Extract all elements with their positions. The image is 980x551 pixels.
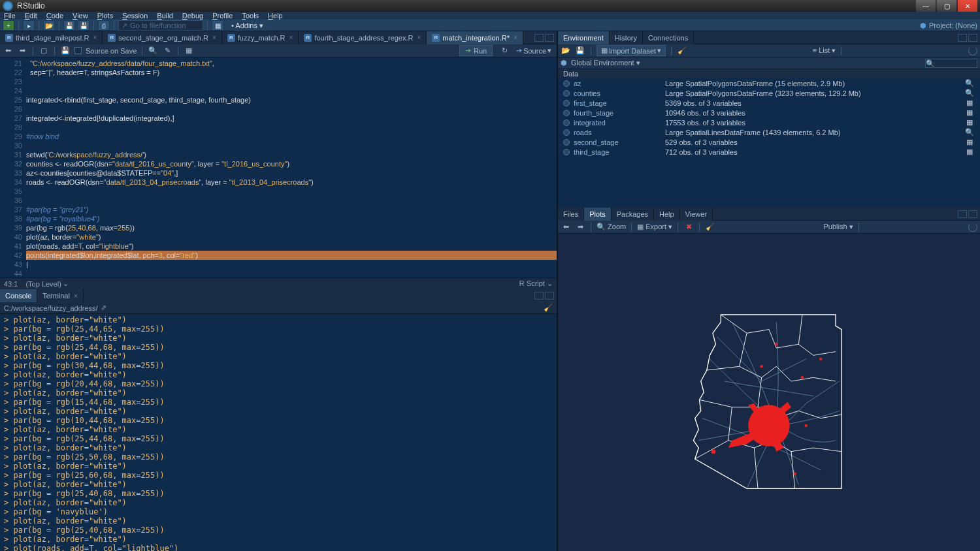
console-pane-controls[interactable] <box>534 292 557 300</box>
editor-tabs: Rthird_stage_milepost.R×Rsecond_stage_or… <box>0 31 557 44</box>
menu-debug[interactable]: Debug <box>182 12 203 20</box>
scope-label[interactable]: (Top Level) <box>25 280 61 288</box>
code-editor[interactable]: 2122232425262728293031323334353637383940… <box>0 57 557 277</box>
new-file-button[interactable]: + <box>3 20 14 31</box>
list-view-toggle[interactable]: ≡ List ▾ <box>813 46 836 55</box>
tab-connections[interactable]: Connections <box>643 31 694 44</box>
pane-controls[interactable] <box>534 34 557 42</box>
source-on-save-checkbox[interactable] <box>74 47 82 54</box>
import-dataset-menu[interactable]: ▦ Import Dataset ▾ <box>596 45 666 56</box>
env-object-counties[interactable]: countiesLarge SpatialPolygonsDataFrame (… <box>558 88 980 98</box>
refresh-env-button[interactable] <box>968 46 977 55</box>
minimize-button[interactable]: — <box>916 0 936 12</box>
refresh-plot-button[interactable] <box>968 223 977 232</box>
menu-edit[interactable]: Edit <box>25 12 37 20</box>
tab-help[interactable]: Help <box>654 208 680 221</box>
arizona-map-plot <box>658 292 880 514</box>
cursor-position: 43:1 <box>4 280 18 288</box>
tab-environment[interactable]: Environment <box>558 31 610 44</box>
window-titlebar: RStudio — ▢ ✕ <box>0 0 980 12</box>
menu-session[interactable]: Session <box>122 12 148 20</box>
file-type-label[interactable]: R Script ⌄ <box>519 279 553 288</box>
open-file-button[interactable]: 📂 <box>43 20 55 31</box>
rstudio-icon <box>3 1 13 11</box>
grid-button[interactable]: ▦ <box>212 20 223 31</box>
data-section-header: Data <box>558 69 980 78</box>
plot-tabs: FilesPlotsPackagesHelpViewer <box>558 208 980 221</box>
tab-plots[interactable]: Plots <box>584 208 611 221</box>
forward-button[interactable]: ➡ <box>17 46 27 55</box>
env-object-first_stage[interactable]: first_stage5369 obs. of 3 variables▦ <box>558 98 980 108</box>
run-button[interactable]: ➔Run <box>459 45 493 56</box>
zoom-button[interactable]: 🔍 Zoom <box>596 223 626 231</box>
tab-fourth_stage_address_regex-r[interactable]: Rfourth_stage_address_regex.R× <box>299 31 427 44</box>
prev-plot-button[interactable]: ⬅ <box>561 223 571 232</box>
env-object-fourth_stage[interactable]: fourth_stage10946 obs. of 3 variables▦ <box>558 108 980 118</box>
env-object-second_stage[interactable]: second_stage529 obs. of 3 variables▦ <box>558 137 980 147</box>
source-button[interactable]: ➔Source ▾ <box>514 46 554 55</box>
menu-build[interactable]: Build <box>157 12 172 20</box>
save-all-button[interactable]: 💾 <box>78 20 90 31</box>
tab-console[interactable]: Console <box>0 289 37 302</box>
menu-profile[interactable]: Profile <box>212 12 233 20</box>
env-scope[interactable]: Global Environment ▾ <box>571 59 640 67</box>
env-object-third_stage[interactable]: third_stage712 obs. of 3 variables▦ <box>558 147 980 157</box>
back-button[interactable]: ⬅ <box>3 46 13 55</box>
tab-match_integration-r-[interactable]: Rmatch_integration.R*× <box>427 31 523 44</box>
tab-fuzzy_match-r[interactable]: Rfuzzy_match.R× <box>222 31 299 44</box>
main-toolbar: + ▸ 📂 💾 💾 ⎙ ↗Go to file/function ▦ • Add… <box>0 20 980 31</box>
svg-point-5 <box>804 424 808 427</box>
env-object-az[interactable]: azLarge SpatialPolygonsDataFrame (15 ele… <box>558 78 980 88</box>
maximize-button[interactable]: ▢ <box>937 0 956 12</box>
tab-second_stage_org_match-r[interactable]: Rsecond_stage_org_match.R× <box>103 31 221 44</box>
tab-third_stage_milepost-r[interactable]: Rthird_stage_milepost.R× <box>0 31 103 44</box>
goto-file-input[interactable]: ↗Go to file/function <box>118 20 203 31</box>
close-button[interactable]: ✕ <box>958 0 977 12</box>
menu-view[interactable]: View <box>73 12 88 20</box>
clear-all-plots-button[interactable]: 🧹 <box>705 223 715 232</box>
menu-tools[interactable]: Tools <box>242 12 259 20</box>
compile-button[interactable]: ✎ <box>162 46 172 55</box>
load-workspace-button[interactable]: 📂 <box>561 46 571 55</box>
window-title: RStudio <box>17 1 915 10</box>
tab-history[interactable]: History <box>610 31 643 44</box>
checklist-button[interactable]: ▦ <box>184 46 194 55</box>
env-tabs: EnvironmentHistoryConnections <box>558 31 980 44</box>
menu-file[interactable]: File <box>4 12 16 20</box>
plot-pane-controls[interactable] <box>958 210 980 218</box>
show-in-new-window-button[interactable]: ▢ <box>39 46 49 55</box>
project-menu[interactable]: ⬢Project: (None) <box>920 22 977 30</box>
menu-help[interactable]: Help <box>268 12 283 20</box>
print-button[interactable]: ⎙ <box>98 20 110 31</box>
addins-menu[interactable]: • Addins ▾ <box>231 22 263 30</box>
env-object-integrated[interactable]: integrated17553 obs. of 3 variables▦ <box>558 118 980 127</box>
tab-viewer[interactable]: Viewer <box>680 208 713 221</box>
svg-point-6 <box>793 472 796 475</box>
svg-point-7 <box>775 343 778 346</box>
console-pane: ConsoleTerminal× C:/workspace/fuzzy_addr… <box>0 289 557 551</box>
tab-packages[interactable]: Packages <box>612 208 654 221</box>
search-env-input[interactable]: 🔍 <box>925 59 977 68</box>
menu-bar: FileEditCodeViewPlotsSessionBuildDebugPr… <box>0 12 980 20</box>
publish-button[interactable]: Publish ▾ <box>823 223 853 231</box>
svg-point-3 <box>801 376 804 379</box>
tab-terminal[interactable]: Terminal× <box>37 289 83 302</box>
new-project-button[interactable]: ▸ <box>23 20 35 31</box>
menu-plots[interactable]: Plots <box>97 12 113 20</box>
env-pane-controls[interactable] <box>958 34 980 42</box>
env-object-roads[interactable]: roadsLarge SpatialLinesDataFrame (1439 e… <box>558 127 980 137</box>
clear-workspace-button[interactable]: 🧹 <box>677 46 687 55</box>
clear-console-button[interactable]: 🧹 <box>544 304 553 312</box>
menu-code[interactable]: Code <box>46 12 63 20</box>
tab-files[interactable]: Files <box>558 208 584 221</box>
save-workspace-button[interactable]: 💾 <box>575 46 585 55</box>
export-menu[interactable]: ▦ Export ▾ <box>637 223 672 231</box>
save-button[interactable]: 💾 <box>63 20 75 31</box>
source-toolbar: ⬅ ➡ ▢ 💾 Source on Save 🔍 ✎ ▦ ➔Run ↻ ➔Sou… <box>0 44 557 57</box>
rerun-button[interactable]: ↻ <box>499 46 510 55</box>
next-plot-button[interactable]: ➡ <box>575 223 585 232</box>
save-source-button[interactable]: 💾 <box>60 46 71 55</box>
find-button[interactable]: 🔍 <box>148 46 158 55</box>
console-output[interactable]: > plot(az, border="white") > par(bg = rg… <box>0 314 557 551</box>
remove-plot-button[interactable]: ✖ <box>683 223 694 232</box>
